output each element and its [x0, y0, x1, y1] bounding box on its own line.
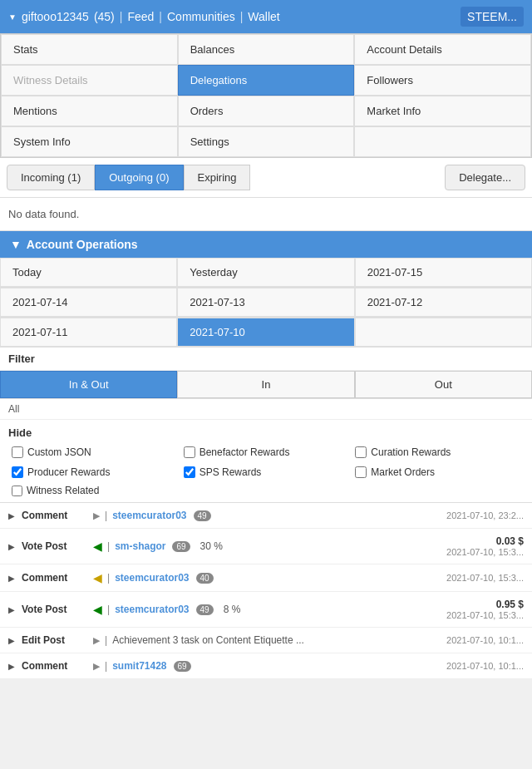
hide-section: Hide Custom JSON Benefactor Rewards Cura…	[0, 420, 532, 503]
delegation-tabs: Incoming (1) Outgoing (0) Expiring Deleg…	[0, 158, 532, 198]
checkbox-grid: Custom JSON Benefactor Rewards Curation …	[8, 444, 524, 481]
filter-out[interactable]: Out	[355, 371, 532, 398]
date-2021-07-11[interactable]: 2021-07-11	[0, 318, 177, 347]
date-yesterday[interactable]: Yesterday	[177, 258, 354, 287]
filter-tabs: In & Out In Out	[0, 371, 532, 399]
nav-system-info[interactable]: System Info	[1, 126, 178, 157]
op-arrow-5: ▶	[93, 661, 100, 672]
op-arrow-3: ◀	[93, 603, 102, 616]
nav-orders[interactable]: Orders	[178, 96, 355, 126]
op-time-3: 2021-07-10, 15:3...	[446, 610, 524, 620]
op-type-5: Comment	[22, 660, 88, 672]
tab-expiring[interactable]: Expiring	[184, 165, 251, 190]
user-rep: (45)	[94, 10, 115, 23]
nav-balances[interactable]: Balances	[178, 34, 355, 65]
hide-witness-related-checkbox[interactable]	[12, 486, 22, 496]
hide-producer-rewards[interactable]: Producer Rewards	[8, 464, 180, 481]
op-arrow-1: ◀	[93, 540, 102, 553]
nav-followers[interactable]: Followers	[354, 65, 531, 96]
section-title: Account Operations	[27, 238, 138, 251]
wallet-link[interactable]: Wallet	[248, 10, 279, 23]
hide-witness-related[interactable]: Witness Related	[8, 482, 524, 499]
nav-witness-details: Witness Details	[1, 65, 178, 96]
hide-producer-rewards-checkbox[interactable]	[12, 466, 23, 478]
op-type-2: Comment	[22, 572, 88, 584]
op-badge-2: 40	[196, 573, 214, 584]
op-toggle-3[interactable]: ▶	[8, 605, 15, 614]
nav-mentions[interactable]: Mentions	[1, 96, 178, 126]
op-user-2[interactable]: steemcurator03	[115, 572, 189, 584]
date-2021-07-15[interactable]: 2021-07-15	[355, 258, 532, 287]
nav-market-info[interactable]: Market Info	[354, 96, 531, 126]
date-grid-row1: Today Yesterday 2021-07-15	[0, 258, 532, 288]
nav-settings[interactable]: Settings	[178, 126, 355, 157]
hide-custom-json-checkbox[interactable]	[12, 446, 23, 458]
nav-account-details[interactable]: Account Details	[354, 34, 531, 65]
op-toggle-0[interactable]: ▶	[8, 511, 15, 520]
nav-grid: Stats Balances Account Details Witness D…	[0, 33, 532, 158]
hide-market-orders-checkbox[interactable]	[355, 466, 367, 478]
op-badge-3: 49	[196, 604, 214, 615]
hide-witness-related-label: Witness Related	[27, 485, 99, 496]
op-badge-5: 69	[174, 661, 191, 672]
hide-benefactor-rewards-label: Benefactor Rewards	[200, 446, 290, 458]
filter-in-out[interactable]: In & Out	[0, 371, 177, 398]
hide-curation-rewards-checkbox[interactable]	[355, 446, 367, 458]
top-bar: ▼ giftooo12345 (45) | Feed | Communities…	[0, 0, 532, 33]
filter-all-label: All	[0, 399, 532, 420]
filter-in[interactable]: In	[177, 371, 354, 398]
hide-sps-rewards-checkbox[interactable]	[184, 466, 195, 478]
op-user-5[interactable]: sumit71428	[112, 660, 166, 672]
op-row-4: ▶ Edit Post ▶ | Achievement 3 task on Co…	[0, 628, 532, 653]
hide-custom-json[interactable]: Custom JSON	[8, 444, 180, 461]
hide-benefactor-rewards-checkbox[interactable]	[184, 446, 195, 458]
date-2021-07-13[interactable]: 2021-07-13	[177, 288, 354, 317]
op-row-3: ▶ Vote Post ◀ | steemcurator03 49 8 % 0.…	[0, 592, 532, 628]
op-toggle-2[interactable]: ▶	[8, 574, 15, 583]
op-user-0[interactable]: steemcurator03	[112, 510, 186, 521]
communities-link[interactable]: Communities	[167, 10, 235, 23]
op-badge-1: 69	[172, 541, 190, 552]
op-time-2: 2021-07-10, 15:3...	[446, 573, 524, 583]
op-row-0: ▶ Comment ▶ | steemcurator03 49 2021-07-…	[0, 503, 532, 529]
hide-sps-rewards[interactable]: SPS Rewards	[180, 464, 352, 481]
hide-sps-rewards-label: SPS Rewards	[200, 466, 262, 478]
date-2021-07-12[interactable]: 2021-07-12	[355, 288, 532, 317]
op-time-0: 2021-07-10, 23:2...	[446, 510, 524, 520]
op-pct-3: 8 %	[224, 604, 241, 615]
op-row-5: ▶ Comment ▶ | sumit71428 69 2021-07-10, …	[0, 653, 532, 679]
op-user-3[interactable]: steemcurator03	[115, 604, 189, 615]
date-2021-07-14[interactable]: 2021-07-14	[0, 288, 177, 317]
op-user-1[interactable]: sm-shagor	[115, 540, 165, 552]
date-2021-07-10[interactable]: 2021-07-10	[177, 318, 354, 347]
hide-benefactor-rewards[interactable]: Benefactor Rewards	[180, 444, 352, 461]
tab-outgoing[interactable]: Outgoing (0)	[95, 165, 183, 190]
nav-empty	[354, 126, 531, 157]
date-today[interactable]: Today	[0, 258, 177, 287]
op-badge-0: 49	[194, 510, 211, 521]
op-arrow-0: ▶	[93, 510, 100, 521]
nav-delegations[interactable]: Delegations	[178, 65, 355, 96]
steem-info[interactable]: STEEM...	[461, 7, 524, 27]
op-amount-3: 0.95 $	[446, 599, 524, 610]
feed-link[interactable]: Feed	[127, 10, 154, 23]
hide-market-orders[interactable]: Market Orders	[352, 464, 524, 481]
op-arrow-4: ▶	[93, 635, 100, 646]
op-amount-1: 0.03 $	[446, 535, 524, 547]
op-time-5: 2021-07-10, 10:1...	[446, 661, 524, 671]
tab-delegate[interactable]: Delegate...	[445, 165, 525, 190]
op-time-4: 2021-07-10, 10:1...	[446, 635, 524, 645]
date-empty	[355, 318, 532, 347]
op-toggle-1[interactable]: ▶	[8, 542, 15, 551]
operations-list: ▶ Comment ▶ | steemcurator03 49 2021-07-…	[0, 503, 532, 679]
nav-stats[interactable]: Stats	[1, 34, 178, 65]
filter-label: Filter	[0, 348, 532, 371]
no-data-message: No data found.	[0, 198, 532, 231]
op-toggle-5[interactable]: ▶	[8, 662, 15, 671]
op-toggle-4[interactable]: ▶	[8, 636, 15, 645]
hide-curation-rewards-label: Curation Rewards	[371, 446, 451, 458]
hide-curation-rewards[interactable]: Curation Rewards	[352, 444, 524, 461]
username[interactable]: giftooo12345	[22, 10, 89, 23]
tab-incoming[interactable]: Incoming (1)	[7, 165, 95, 190]
op-type-4: Edit Post	[22, 634, 88, 646]
